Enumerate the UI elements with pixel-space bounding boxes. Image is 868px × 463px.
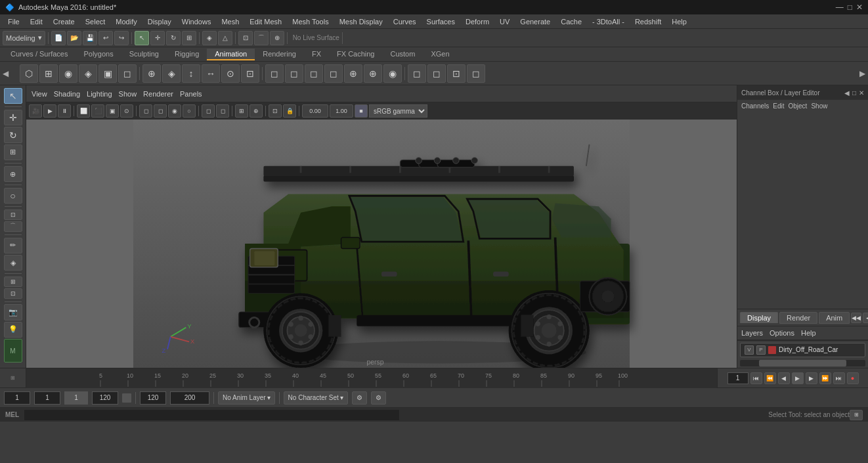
shelf-icon-22[interactable]: ⊡	[447, 64, 466, 83]
vp-gamma-select[interactable]: sRGB gamma	[369, 104, 427, 118]
viewport-menu-panels[interactable]: Panels	[180, 90, 202, 98]
new-file-button[interactable]: 📄	[51, 31, 66, 45]
vp-shadow-btn[interactable]: ◻	[139, 104, 152, 118]
light-btn[interactable]: 💡	[4, 322, 22, 338]
range-start-input[interactable]	[4, 391, 30, 405]
shelf-icon-3[interactable]: ◉	[59, 64, 77, 83]
shelf-icon-4[interactable]: ◈	[79, 64, 97, 83]
vp-grid-btn[interactable]: ⊞	[235, 104, 248, 118]
menu-edit[interactable]: Edit	[25, 16, 48, 27]
shelf-tab-sculpting[interactable]: Sculpting	[121, 49, 167, 60]
menu-windows[interactable]: Windows	[177, 16, 217, 27]
viewport-menu-lighting[interactable]: Lighting	[87, 90, 112, 98]
shelf-icon-12[interactable]: ⊡	[241, 64, 259, 83]
layers-options[interactable]: Options	[770, 329, 794, 337]
vp-snap-btn[interactable]: ⊕	[250, 104, 263, 118]
menu-file[interactable]: File	[3, 16, 25, 27]
vp-dof-btn[interactable]: ◉	[168, 104, 181, 118]
menu-modify[interactable]: Modify	[110, 16, 142, 27]
layer-placeholder-btn[interactable]: P	[756, 345, 766, 355]
playback-end-input[interactable]	[140, 391, 166, 405]
display-tab-render[interactable]: Render	[779, 312, 817, 324]
ipr-button[interactable]: △	[218, 31, 232, 45]
select-tool-left[interactable]: ↖	[4, 88, 22, 104]
display-tab-display[interactable]: Display	[740, 312, 778, 323]
scrollbar-thumb[interactable]	[759, 360, 847, 366]
select-tool-button[interactable]: ↖	[135, 31, 149, 45]
menu-uv[interactable]: UV	[494, 16, 515, 27]
shelf-tab-animation[interactable]: Animation	[207, 49, 255, 60]
shelf-icon-5[interactable]: ▣	[98, 64, 117, 83]
char-set-options-btn[interactable]: ⚙	[371, 391, 386, 405]
shelf-tab-fx[interactable]: FX	[304, 49, 329, 60]
shelf-icon-1[interactable]: ⬡	[20, 64, 38, 83]
mel-input[interactable]	[24, 410, 399, 420]
vp-exposure-field[interactable]: 0.00	[302, 104, 328, 118]
undo-button[interactable]: ↩	[98, 31, 113, 45]
vp-wireframe-btn[interactable]: ⬜	[77, 104, 90, 118]
vp-smooth-btn[interactable]: ⬛	[91, 104, 104, 118]
viewport-menu-shading[interactable]: Shading	[54, 90, 80, 98]
camera-btn[interactable]: 📷	[4, 304, 22, 320]
vp-texture-btn[interactable]: ▣	[106, 104, 119, 118]
menu-edit-mesh[interactable]: Edit Mesh	[244, 16, 287, 27]
menu-mesh-display[interactable]: Mesh Display	[334, 16, 388, 27]
menu-deform[interactable]: Deform	[460, 16, 494, 27]
rotate-tool-button[interactable]: ↻	[166, 31, 181, 45]
shelf-icon-7[interactable]: ⊕	[142, 64, 161, 83]
menu-select[interactable]: Select	[80, 16, 111, 27]
menu-display[interactable]: Display	[142, 16, 177, 27]
shelf-tab-polygons[interactable]: Polygons	[76, 49, 121, 60]
step-back-btn[interactable]: ⏪	[764, 372, 776, 384]
shelf-scroll-left[interactable]: ◀	[3, 69, 9, 78]
go-to-end-btn[interactable]: ⏭	[833, 372, 845, 384]
snap-curve-left[interactable]: ⌒	[4, 221, 22, 232]
vp-gamma-field[interactable]: 1.00	[330, 104, 353, 118]
range-end-input[interactable]	[92, 391, 118, 405]
vp-isolate-btn[interactable]: ◻	[202, 104, 215, 118]
script-editor-btn[interactable]: ⊞	[850, 410, 863, 420]
vp-camera-btn[interactable]: 🎥	[29, 104, 42, 118]
snap-point-button[interactable]: ⊕	[270, 31, 284, 45]
end-range-indicator[interactable]	[122, 393, 131, 403]
anim-layer-dropdown[interactable]: No Anim Layer ▾	[218, 391, 275, 405]
shelf-icon-19[interactable]: ◉	[383, 64, 402, 83]
save-file-button[interactable]: 💾	[83, 31, 97, 45]
menu-generate[interactable]: Generate	[515, 16, 555, 27]
shelf-icon-10[interactable]: ↔	[202, 64, 220, 83]
shelf-tab-custom[interactable]: Custom	[383, 49, 423, 60]
rp-collapse-btn[interactable]: ◀	[844, 89, 850, 97]
shelf-icon-23[interactable]: ◻	[467, 64, 485, 83]
max-frame-input[interactable]	[170, 391, 209, 405]
shelf-tab-curves[interactable]: Curves / Surfaces	[3, 49, 76, 60]
prev-frame-btn[interactable]: ◀	[778, 372, 790, 384]
shelf-icon-14[interactable]: ◻	[285, 64, 303, 83]
menu-create[interactable]: Create	[48, 16, 80, 27]
menu-mesh-tools[interactable]: Mesh Tools	[287, 16, 334, 27]
layout-btn[interactable]: ⊡	[4, 288, 22, 299]
shelf-icon-2[interactable]: ⊞	[39, 64, 58, 83]
shelf-icon-6[interactable]: ◻	[118, 64, 137, 83]
shelf-tab-fxcaching[interactable]: FX Caching	[329, 49, 382, 60]
shelf-icon-13[interactable]: ◻	[265, 64, 284, 83]
workspace-dropdown[interactable]: Modeling ▾	[3, 31, 45, 45]
current-frame-display[interactable]	[34, 391, 60, 405]
shelf-scroll-right[interactable]: ▶	[859, 69, 865, 78]
close-button[interactable]: ✕	[856, 3, 863, 12]
right-panel-scrollbar[interactable]	[740, 360, 865, 366]
shelf-icon-9[interactable]: ↕	[182, 64, 200, 83]
vp-ao-btn[interactable]: ◻	[154, 104, 167, 118]
shelf-tab-rigging[interactable]: Rigging	[167, 49, 207, 60]
menu-mesh[interactable]: Mesh	[216, 16, 244, 27]
window-controls[interactable]: — □ ✕	[836, 3, 863, 12]
rotate-tool-left[interactable]: ↻	[4, 127, 22, 143]
grid-btn[interactable]: ⊞	[4, 276, 22, 287]
shelf-icon-11[interactable]: ⊙	[221, 64, 240, 83]
menu-redshift[interactable]: Redshift	[630, 16, 666, 27]
go-to-start-btn[interactable]: ⏮	[750, 372, 762, 384]
layer-item[interactable]: V P Dirty_Off_Road_Car	[740, 343, 865, 357]
vp-camera-attrs[interactable]: 🔒	[283, 104, 296, 118]
vp-xray-btn[interactable]: ◻	[216, 104, 229, 118]
render-button[interactable]: ◈	[202, 31, 217, 45]
layer-visibility-btn[interactable]: V	[745, 345, 754, 355]
